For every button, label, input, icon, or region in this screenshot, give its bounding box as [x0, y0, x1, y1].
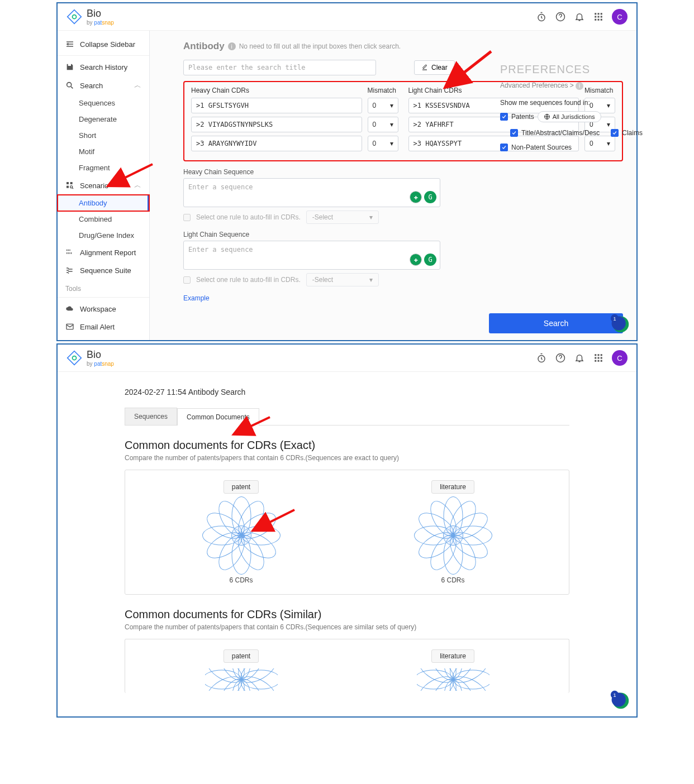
- patent-flower-partial: [205, 668, 278, 691]
- suite-label: Sequence Suite: [80, 266, 141, 275]
- user-avatar[interactable]: C: [612, 9, 628, 25]
- svg-point-1: [73, 15, 77, 19]
- heavy-mm3-select[interactable]: 0▾: [368, 136, 398, 151]
- search-panel: Bio by patsnap C Collapse Sidebar Search…: [56, 2, 638, 341]
- help-icon[interactable]: [555, 11, 566, 22]
- svg-rect-19: [68, 250, 69, 251]
- sidebar-sub-motif[interactable]: Motif: [58, 144, 149, 160]
- history-label: Search History: [80, 63, 141, 71]
- literature-tag: literature: [431, 480, 474, 494]
- collapse-icon: [65, 40, 74, 49]
- sidebar-sub-short[interactable]: Short: [58, 127, 149, 144]
- bell-icon[interactable]: [574, 352, 585, 364]
- svg-rect-23: [69, 252, 70, 254]
- light-autofill-checkbox: [183, 276, 191, 284]
- user-avatar[interactable]: C: [612, 350, 628, 366]
- app-header: Bio by patsnap C: [58, 3, 636, 31]
- shield-icon[interactable]: ✚: [410, 254, 422, 266]
- heavy-seq-label: Heavy Chain Sequence: [183, 168, 440, 176]
- literature-flower-partial: [417, 668, 489, 691]
- sidebar-sub-combined[interactable]: Combined: [58, 211, 149, 227]
- grammarly-icon[interactable]: G: [424, 254, 436, 266]
- light-autofill-select: -Select▾: [306, 273, 379, 286]
- info-icon[interactable]: i: [228, 42, 236, 50]
- mail-icon: [65, 322, 74, 331]
- svg-rect-24: [71, 252, 72, 254]
- grammarly-icon[interactable]: G: [424, 191, 436, 203]
- tools-header: Tools: [58, 279, 149, 295]
- heavy-cdr1-input[interactable]: [191, 98, 362, 113]
- stopwatch-icon[interactable]: [536, 11, 547, 22]
- search-title-input[interactable]: [183, 60, 376, 75]
- heavy-mm2-select[interactable]: 0▾: [368, 117, 398, 132]
- heavy-cdr2-input[interactable]: [191, 117, 362, 132]
- tab-common-documents[interactable]: Common Documents: [177, 408, 259, 426]
- heavy-cdr3-input[interactable]: [191, 136, 362, 151]
- svg-rect-40: [595, 357, 596, 359]
- light-autofill-label: Select one rule to auto-fill in CDRs.: [196, 276, 301, 284]
- svg-rect-11: [598, 19, 600, 21]
- patent-tag2: patent: [224, 649, 259, 663]
- heavy-seq-textarea[interactable]: Enter a sequence ✚G: [183, 178, 440, 207]
- collapse-label: Collapse Sidebar: [80, 40, 141, 49]
- chat-widget[interactable]: 1: [610, 313, 630, 333]
- collapse-sidebar[interactable]: Collapse Sidebar: [58, 35, 149, 53]
- sidebar-item-scenario[interactable]: Scenario ︿: [58, 176, 149, 195]
- sidebar-item-suite[interactable]: Sequence Suite: [58, 261, 149, 279]
- sidebar-sub-degenerate[interactable]: Degenerate: [58, 111, 149, 127]
- tab-sequences[interactable]: Sequences: [125, 408, 177, 425]
- patents-checkbox[interactable]: [500, 113, 508, 121]
- sidebar-sub-antibody[interactable]: Antibody: [58, 195, 149, 211]
- sidebar-item-history[interactable]: Search History: [58, 58, 149, 76]
- svg-rect-5: [598, 13, 600, 15]
- search-button[interactable]: Search: [489, 313, 623, 333]
- sidebar-item-alignment[interactable]: Alignment Report: [58, 243, 149, 261]
- page-title: Antibody: [183, 41, 225, 52]
- sidebar-item-workspace[interactable]: Workspace: [58, 300, 149, 318]
- sidebar-sub-druggene[interactable]: Drug/Gene Index: [58, 227, 149, 243]
- jurisdictions-pill[interactable]: All Jurisdictions: [538, 111, 601, 122]
- results-main: 2024-02-27 11:54 Antibody Search Sequenc…: [58, 372, 636, 716]
- literature-flower-chart[interactable]: 0: [417, 499, 489, 572]
- example-link[interactable]: Example: [183, 294, 210, 302]
- clear-button[interactable]: Clear: [414, 60, 455, 75]
- sidebar-item-emailalert[interactable]: Email Alert: [58, 318, 149, 336]
- scenario-label: Scenario: [80, 181, 129, 190]
- svg-rect-15: [70, 182, 73, 184]
- sidebar-sub-sequences[interactable]: Sequences: [58, 95, 149, 111]
- heavy-cdr-column: Heavy Chain CDRsMismatch 0▾ 0▾ 0▾: [191, 87, 398, 155]
- chevron-up-icon: ︿: [134, 180, 141, 190]
- heavy-mm1-select[interactable]: 0▾: [368, 98, 398, 113]
- sidebar-sub-fragment[interactable]: Fragment: [58, 160, 149, 176]
- nonpatent-checkbox[interactable]: [500, 144, 508, 151]
- apps-icon[interactable]: [593, 352, 604, 364]
- patent-tag: patent: [224, 480, 259, 494]
- svg-rect-22: [68, 252, 69, 254]
- bell-icon[interactable]: [574, 11, 585, 22]
- svg-rect-42: [601, 357, 602, 359]
- svg-rect-38: [598, 354, 600, 356]
- claims-checkbox[interactable]: [611, 129, 619, 137]
- literature-column: literature 0 6 CDRs: [347, 480, 559, 584]
- scenario-icon: [65, 181, 74, 190]
- brand-logo-icon: [66, 350, 82, 366]
- svg-rect-4: [595, 13, 596, 15]
- heavy-autofill-select: -Select▾: [306, 211, 379, 224]
- stopwatch-icon[interactable]: [536, 352, 547, 364]
- svg-marker-33: [68, 351, 82, 365]
- advanced-prefs-link[interactable]: Advanced Preferences > i: [500, 82, 623, 90]
- svg-rect-39: [601, 354, 602, 356]
- page-hint: No need to fill out all the input boxes …: [239, 42, 401, 50]
- shield-icon[interactable]: ✚: [410, 191, 422, 203]
- tacd-checkbox[interactable]: [510, 129, 518, 137]
- svg-rect-9: [601, 16, 602, 18]
- patent-cdr-label: 6 CDRs: [135, 576, 347, 584]
- help-icon[interactable]: [555, 352, 566, 364]
- sidebar-item-search[interactable]: Search ︿: [58, 76, 149, 95]
- patent-flower-chart[interactable]: 26: [205, 499, 278, 572]
- chat-widget[interactable]: 1: [610, 690, 630, 710]
- heavy-autofill-checkbox: [183, 214, 191, 221]
- light-seq-textarea[interactable]: Enter a sequence ✚G: [183, 241, 440, 270]
- apps-icon[interactable]: [593, 11, 604, 22]
- heavy-cdr-header: Heavy Chain CDRs: [191, 87, 362, 94]
